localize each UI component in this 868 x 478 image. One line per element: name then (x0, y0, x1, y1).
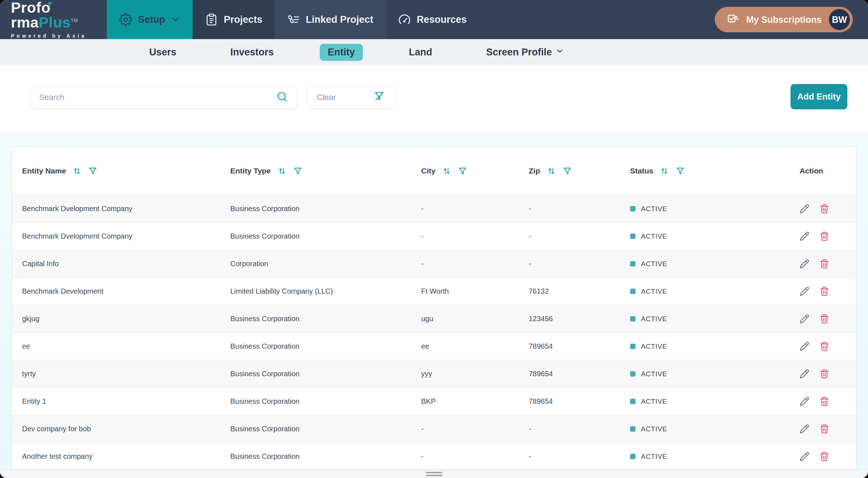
cell-entity-name: gkjug (12, 315, 220, 323)
cell-entity-name: ee (12, 342, 220, 351)
nav-tab-resources[interactable]: Resources (386, 0, 479, 39)
my-subscriptions-button[interactable]: My Subscriptions BW (715, 7, 853, 32)
sort-icon[interactable] (546, 166, 556, 176)
cell-entity-type: Business Corporation (220, 452, 411, 461)
delete-icon[interactable] (819, 231, 829, 241)
status-badge: ACTIVE (620, 288, 789, 295)
delete-icon[interactable] (819, 259, 829, 269)
subnav-item-entity[interactable]: Entity (320, 44, 363, 61)
subnav-item-land[interactable]: Land (401, 44, 440, 61)
edit-icon[interactable] (800, 424, 809, 434)
status-dot (630, 426, 636, 432)
cell-entity-name: Benchmark Development (12, 287, 220, 295)
status-label: ACTIVE (641, 205, 667, 213)
table-body: Benchmark Dvelopment Company Business Co… (12, 195, 856, 470)
filter-icon[interactable] (675, 166, 685, 176)
avatar[interactable]: BW (829, 9, 850, 30)
cell-entity-type: Business Corporation (220, 315, 411, 323)
filter-icon[interactable] (293, 166, 303, 176)
brand-tagline: Powered by Axia (11, 33, 107, 39)
edit-icon[interactable] (800, 231, 809, 241)
cell-entity-name: Benchmark Dvelopment Company (12, 232, 220, 240)
linked-list-icon (287, 13, 300, 26)
table-row: Benchmark Dvelopment Company Business Co… (12, 195, 856, 222)
status-dot (630, 344, 636, 349)
search-input[interactable] (39, 93, 276, 102)
top-navbar: ProformaPlusTM Powered by Axia Setup Pro… (0, 0, 868, 39)
status-label: ACTIVE (641, 453, 667, 461)
edit-icon[interactable] (800, 369, 809, 379)
nav-tab-linked-project[interactable]: Linked Project (275, 0, 386, 39)
status-dot (630, 289, 636, 294)
subnav-item-users[interactable]: Users (141, 44, 184, 61)
search-icon[interactable] (276, 91, 288, 104)
horizontal-scrollbar-track (0, 470, 868, 478)
filter-icon[interactable] (562, 166, 572, 176)
cell-zip: - (519, 205, 620, 213)
status-badge: ACTIVE (620, 315, 789, 323)
delete-icon[interactable] (819, 286, 829, 296)
cell-city: BKP (411, 397, 519, 406)
delete-icon[interactable] (819, 314, 829, 324)
status-label: ACTIVE (641, 343, 667, 351)
status-label: ACTIVE (641, 370, 667, 378)
clear-filter-label: Clear (317, 93, 336, 102)
sort-icon[interactable] (659, 166, 669, 176)
edit-icon[interactable] (800, 286, 809, 296)
cell-entity-type: Business Corporation (220, 370, 411, 378)
subnav-item-investors[interactable]: Investors (222, 44, 282, 61)
status-badge: ACTIVE (620, 370, 789, 378)
status-label: ACTIVE (641, 288, 667, 295)
cell-city: yyy (411, 370, 519, 378)
gear-icon (119, 13, 132, 26)
delete-icon[interactable] (819, 424, 829, 434)
app-logo: ProformaPlusTM Powered by Axia (0, 0, 107, 39)
cell-entity-type: Business Corporation (220, 397, 411, 406)
edit-icon[interactable] (800, 204, 809, 214)
delete-icon[interactable] (819, 204, 829, 214)
sort-icon[interactable] (277, 166, 287, 176)
row-actions (789, 424, 856, 434)
edit-icon[interactable] (800, 341, 809, 351)
nav-tab-projects[interactable]: Projects (193, 0, 275, 39)
delete-icon[interactable] (819, 452, 829, 461)
row-actions (789, 314, 856, 324)
column-header-action: Action (789, 167, 856, 175)
status-dot (630, 316, 636, 322)
search-box (30, 86, 297, 109)
filter-icon[interactable] (458, 166, 467, 176)
status-label: ACTIVE (641, 425, 667, 433)
chevron-down-icon (555, 47, 564, 58)
edit-icon[interactable] (800, 397, 809, 406)
status-badge: ACTIVE (620, 343, 789, 351)
add-entity-button[interactable]: Add Entity (791, 84, 847, 109)
subnav-item-screen-profile[interactable]: Screen Profile (478, 44, 572, 61)
edit-icon[interactable] (800, 452, 809, 461)
cell-zip: - (519, 260, 620, 268)
edit-icon[interactable] (800, 259, 809, 269)
delete-icon[interactable] (819, 341, 829, 351)
table-row: Another test company Business Corporatio… (12, 443, 856, 470)
horizontal-scrollbar-handle[interactable] (426, 472, 443, 476)
cell-entity-name: Benchmark Dvelopment Company (12, 205, 220, 213)
entity-table-card: Entity Name Entity Type City Zip Status … (12, 147, 856, 470)
sub-navbar: Users Investors Entity Land Screen Profi… (0, 39, 868, 65)
delete-icon[interactable] (819, 369, 829, 379)
cell-zip: 789654 (519, 397, 620, 406)
delete-icon[interactable] (819, 397, 829, 406)
cell-city: Ft Worth (411, 287, 519, 295)
filter-icon[interactable] (88, 166, 98, 176)
sub-nav-items: Users Investors Entity Land Screen Profi… (141, 44, 572, 61)
page-content: Entity Name Entity Type City Zip Status … (0, 133, 868, 478)
status-dot (630, 454, 636, 459)
cell-entity-type: Limited Liability Company (LLC) (220, 287, 411, 295)
subscriptions-area: My Subscriptions BW (715, 0, 868, 39)
sort-icon[interactable] (72, 166, 82, 176)
sort-icon[interactable] (442, 166, 452, 176)
edit-icon[interactable] (800, 314, 809, 324)
clear-filter-button[interactable]: Clear (307, 86, 395, 109)
row-actions (789, 369, 856, 379)
cell-city: ee (411, 342, 519, 351)
nav-tab-setup[interactable]: Setup (107, 0, 193, 39)
table-row: Capital Info Corporation - - ACTIVE (12, 250, 856, 277)
